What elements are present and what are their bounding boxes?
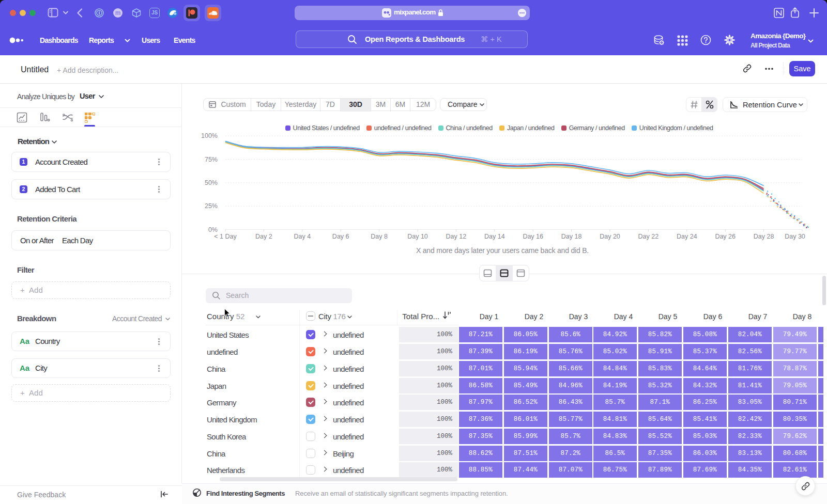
svg-text:50%: 50% <box>205 179 218 186</box>
svg-text:Day 18: Day 18 <box>561 233 582 240</box>
svg-text:Day 4: Day 4 <box>294 233 311 240</box>
svg-text:Day 22: Day 22 <box>638 233 659 240</box>
svg-text:Day 2: Day 2 <box>255 233 272 240</box>
svg-text:Day 14: Day 14 <box>484 233 505 240</box>
svg-text:100%: 100% <box>201 132 218 139</box>
svg-text:75%: 75% <box>205 156 218 163</box>
svg-text:Day 16: Day 16 <box>523 233 543 240</box>
svg-text:Day 26: Day 26 <box>715 233 736 240</box>
svg-text:Day 10: Day 10 <box>407 233 428 240</box>
svg-text:Day 8: Day 8 <box>371 233 388 240</box>
svg-text:Day 30: Day 30 <box>785 233 805 240</box>
svg-text:0%: 0% <box>208 226 218 233</box>
svg-text:< 1 Day: < 1 Day <box>214 233 237 240</box>
svg-text:Day 20: Day 20 <box>600 233 620 240</box>
svg-text:Day 28: Day 28 <box>754 233 774 240</box>
svg-text:Day 24: Day 24 <box>677 233 697 240</box>
svg-text:Day 12: Day 12 <box>446 233 467 240</box>
svg-text:25%: 25% <box>205 202 218 210</box>
svg-text:Day 6: Day 6 <box>332 233 349 240</box>
